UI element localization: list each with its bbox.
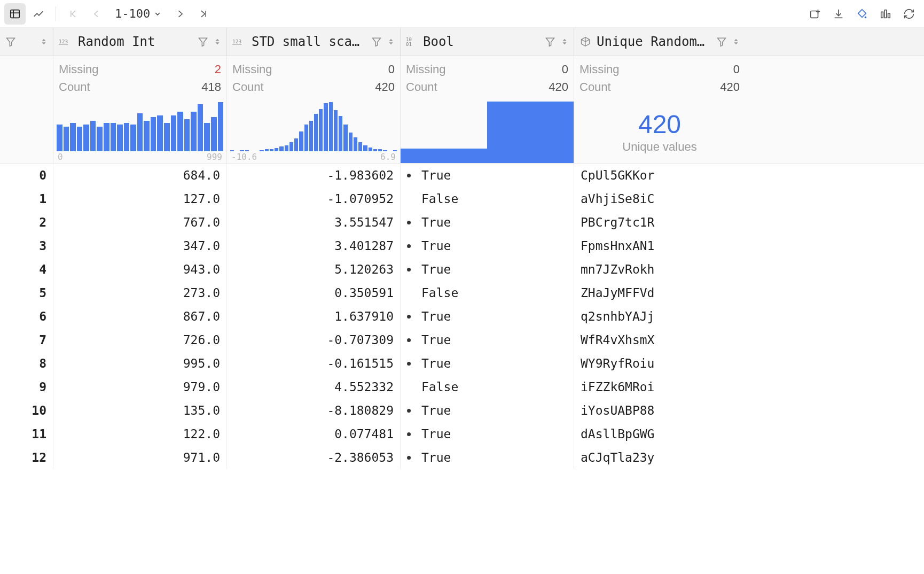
cell-random-int[interactable]: 995.0: [53, 352, 227, 375]
svg-text:123: 123: [232, 38, 241, 44]
cell-std[interactable]: 1.637910: [227, 305, 401, 328]
cell-bool[interactable]: True: [401, 446, 574, 469]
cell-unique-random[interactable]: q2snhbYAJj: [574, 305, 745, 328]
cell-unique-random[interactable]: iYosUABP88: [574, 399, 745, 422]
cell-std[interactable]: 4.552332: [227, 375, 401, 399]
cell-bool[interactable]: True: [401, 234, 574, 258]
row-index[interactable]: 5: [0, 281, 53, 305]
cell-random-int[interactable]: 726.0: [53, 328, 227, 352]
column-header[interactable]: 1001 Bool: [401, 28, 574, 56]
color-fill-button[interactable]: [851, 3, 873, 25]
filter-icon[interactable]: [371, 36, 382, 47]
cell-unique-random[interactable]: iFZZk6MRoi: [574, 375, 745, 399]
filter-icon[interactable]: [716, 36, 727, 47]
cell-bool[interactable]: True: [401, 211, 574, 234]
row-index[interactable]: 2: [0, 211, 53, 234]
count-label: Count: [59, 78, 90, 96]
chart-view-button[interactable]: [28, 3, 49, 25]
cell-bool[interactable]: True: [401, 352, 574, 375]
cell-std[interactable]: 0.077481: [227, 422, 401, 446]
cell-random-int[interactable]: 979.0: [53, 375, 227, 399]
cell-std[interactable]: -2.386053: [227, 446, 401, 469]
cell-bool[interactable]: False: [401, 281, 574, 305]
sort-icon[interactable]: [387, 37, 395, 46]
cell-unique-random[interactable]: FpmsHnxAN1: [574, 234, 745, 258]
cell-bool[interactable]: True: [401, 399, 574, 422]
svg-rect-10: [884, 10, 887, 18]
column-header[interactable]: Unique Random …: [574, 28, 745, 56]
dtype-icon: 1001: [406, 37, 418, 46]
cell-random-int[interactable]: 135.0: [53, 399, 227, 422]
columns-button[interactable]: [875, 3, 896, 25]
cell-std[interactable]: 0.350591: [227, 281, 401, 305]
cell-unique-random[interactable]: ZHaJyMFFVd: [574, 281, 745, 305]
row-index[interactable]: 7: [0, 328, 53, 352]
cell-unique-random[interactable]: mn7JZvRokh: [574, 258, 745, 281]
cell-std[interactable]: -0.707309: [227, 328, 401, 352]
cell-bool[interactable]: False: [401, 375, 574, 399]
svg-marker-18: [216, 42, 220, 44]
row-index[interactable]: 1: [0, 187, 53, 211]
cell-unique-random[interactable]: WY9RyfRoiu: [574, 352, 745, 375]
column-header[interactable]: 123 STD small scale: [227, 28, 401, 56]
svg-point-8: [865, 16, 867, 18]
row-index[interactable]: 12: [0, 446, 53, 469]
cell-random-int[interactable]: 943.0: [53, 258, 227, 281]
cell-bool[interactable]: True: [401, 422, 574, 446]
sort-icon[interactable]: [40, 37, 48, 46]
cell-unique-random[interactable]: dAsllBpGWG: [574, 422, 745, 446]
cell-std[interactable]: -1.983602: [227, 164, 401, 187]
row-index[interactable]: 6: [0, 305, 53, 328]
cell-random-int[interactable]: 273.0: [53, 281, 227, 305]
sort-icon[interactable]: [732, 37, 740, 46]
cell-random-int[interactable]: 347.0: [53, 234, 227, 258]
cell-std[interactable]: 3.401287: [227, 234, 401, 258]
page-prev-button[interactable]: [86, 3, 107, 25]
page-last-button[interactable]: [193, 3, 214, 25]
row-index[interactable]: 3: [0, 234, 53, 258]
cell-bool[interactable]: True: [401, 258, 574, 281]
page-first-button[interactable]: [62, 3, 84, 25]
row-index[interactable]: 10: [0, 399, 53, 422]
cell-std[interactable]: 5.120263: [227, 258, 401, 281]
index-column-header[interactable]: [0, 28, 53, 56]
cell-random-int[interactable]: 684.0: [53, 164, 227, 187]
cell-bool[interactable]: True: [401, 328, 574, 352]
row-index[interactable]: 4: [0, 258, 53, 281]
cell-std[interactable]: -0.161515: [227, 352, 401, 375]
filter-icon[interactable]: [198, 36, 208, 47]
page-range-dropdown[interactable]: 1-100: [109, 3, 167, 25]
count-value: 418: [201, 78, 221, 96]
cell-unique-random[interactable]: aCJqTla23y: [574, 446, 745, 469]
sort-icon[interactable]: [561, 37, 568, 46]
row-index[interactable]: 9: [0, 375, 53, 399]
filter-icon[interactable]: [5, 36, 16, 47]
cell-random-int[interactable]: 127.0: [53, 187, 227, 211]
table-view-button[interactable]: [4, 3, 26, 25]
sort-icon[interactable]: [214, 37, 221, 46]
cell-bool[interactable]: True: [401, 164, 574, 187]
cell-unique-random[interactable]: WfR4vXhsmX: [574, 328, 745, 352]
row-index[interactable]: 8: [0, 352, 53, 375]
cell-random-int[interactable]: 867.0: [53, 305, 227, 328]
new-tab-button[interactable]: [804, 3, 826, 25]
cell-random-int[interactable]: 767.0: [53, 211, 227, 234]
cell-unique-random[interactable]: aVhjiSe8iC: [574, 187, 745, 211]
column-header[interactable]: 123 Random Int: [53, 28, 227, 56]
refresh-button[interactable]: [898, 3, 920, 25]
cell-std[interactable]: -1.070952: [227, 187, 401, 211]
row-index[interactable]: 0: [0, 164, 53, 187]
download-button[interactable]: [828, 3, 849, 25]
cell-random-int[interactable]: 971.0: [53, 446, 227, 469]
cell-random-int[interactable]: 122.0: [53, 422, 227, 446]
cell-std[interactable]: -8.180829: [227, 399, 401, 422]
page-next-button[interactable]: [169, 3, 191, 25]
cell-unique-random[interactable]: CpUl5GKKor: [574, 164, 745, 187]
filter-icon[interactable]: [545, 36, 555, 47]
cell-std[interactable]: 3.551547: [227, 211, 401, 234]
svg-rect-11: [888, 13, 890, 18]
row-index[interactable]: 11: [0, 422, 53, 446]
cell-bool[interactable]: True: [401, 305, 574, 328]
cell-bool[interactable]: False: [401, 187, 574, 211]
cell-unique-random[interactable]: PBCrg7tc1R: [574, 211, 745, 234]
